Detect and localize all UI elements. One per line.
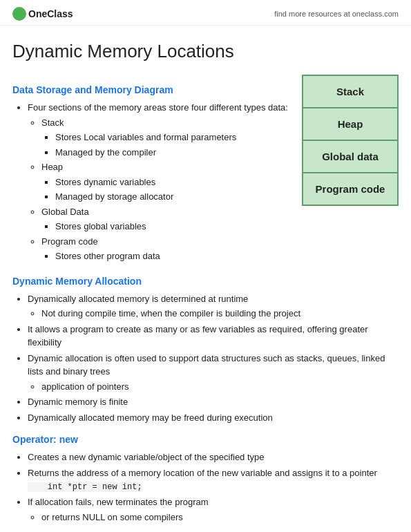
memory-diagram: Stack Heap Global data Program code bbox=[302, 75, 399, 206]
list-item: It allows a program to create as many or… bbox=[28, 323, 399, 350]
list-item: Stores Local variables and formal parame… bbox=[55, 131, 291, 144]
list-item: or returns NULL on some compilers bbox=[41, 511, 399, 524]
section-heading-dynamic-allocation: Dynamic Memory Allocation bbox=[12, 276, 399, 287]
sub-sub-list: Stores dynamic variables Managed by stor… bbox=[41, 175, 291, 204]
logo-circle-icon bbox=[12, 7, 26, 21]
list-item-text: Four sections of the memory areas store … bbox=[28, 102, 288, 113]
list-item: Stores global variables bbox=[55, 220, 291, 234]
page-title: Dynamic Memory Locations bbox=[0, 26, 411, 75]
header-logo-text: OneClass bbox=[28, 8, 73, 19]
list-item: Stores other program data bbox=[55, 249, 291, 263]
list-item-text: Stack bbox=[41, 117, 64, 128]
list-item-text: Stores other program data bbox=[55, 251, 160, 261]
list-item: Dynamic allocation is often used to supp… bbox=[28, 352, 399, 394]
list-item: If allocation fails, new terminates the … bbox=[28, 495, 399, 524]
dynamic-allocation-list: Dynamically allocated memory is determin… bbox=[12, 292, 399, 425]
list-item-text: Creates a new dynamic variable/object of… bbox=[28, 452, 265, 462]
list-item-text: Dynamically allocated memory may be free… bbox=[28, 412, 273, 423]
list-item-text: Dynamic allocation is often used to supp… bbox=[28, 353, 385, 377]
list-item-text: If allocation fails, new terminates the … bbox=[28, 497, 209, 507]
list-item: Not during compile time, when the compil… bbox=[41, 307, 399, 321]
operator-new-list: Creates a new dynamic variable/object of… bbox=[12, 450, 399, 524]
list-item-text: Managed by the compiler bbox=[55, 147, 156, 158]
sub-sub-list: Stores global variables bbox=[41, 220, 291, 234]
section-heading-operator-new: Operator: new bbox=[12, 434, 399, 445]
section-data-storage-text: Data Storage and Memory Diagram Four sec… bbox=[12, 75, 291, 266]
sub-sub-list: Stores other program data bbox=[41, 249, 291, 263]
list-item-text: Stores Local variables and formal parame… bbox=[55, 132, 236, 142]
list-item: Global Data Stores global variables bbox=[41, 205, 291, 234]
list-item: Stores dynamic variables bbox=[55, 175, 291, 189]
content: Data Storage and Memory Diagram Four sec… bbox=[0, 75, 411, 532]
list-item-text: Stores dynamic variables bbox=[55, 177, 155, 187]
sub-sub-list: Stores Local variables and formal parame… bbox=[41, 131, 291, 159]
list-item-text: It allows a program to create as many or… bbox=[28, 324, 368, 348]
list-item: Dynamic memory is finite bbox=[28, 395, 399, 409]
section-operator-new: Operator: new Creates a new dynamic vari… bbox=[12, 434, 399, 524]
memory-block-global-data: Global data bbox=[302, 140, 399, 172]
list-item: Heap Stores dynamic variables Managed by… bbox=[41, 160, 291, 204]
section-heading-data-storage: Data Storage and Memory Diagram bbox=[12, 84, 291, 95]
list-item-text: Returns the address of a memory location… bbox=[28, 468, 377, 478]
sub-list: Not during compile time, when the compil… bbox=[28, 307, 399, 321]
memory-block-program-code: Program code bbox=[302, 172, 399, 206]
list-item-text: Dynamically allocated memory is determin… bbox=[28, 294, 248, 304]
section-dynamic-allocation: Dynamic Memory Allocation Dynamically al… bbox=[12, 276, 399, 425]
list-item: Dynamically allocated memory may be free… bbox=[28, 411, 399, 425]
memory-block-heap: Heap bbox=[302, 107, 399, 140]
data-storage-list: Four sections of the memory areas store … bbox=[12, 101, 291, 263]
list-item: Program code Stores other program data bbox=[41, 235, 291, 263]
list-item-text: Dynamic memory is finite bbox=[28, 397, 128, 407]
section-data-storage: Data Storage and Memory Diagram Four sec… bbox=[12, 75, 399, 266]
list-item-text: Program code bbox=[41, 236, 98, 247]
list-item: Dynamically allocated memory is determin… bbox=[28, 292, 399, 321]
list-item-text: Not during compile time, when the compil… bbox=[41, 308, 300, 319]
sub-list: application of pointers bbox=[28, 380, 399, 394]
list-item-text: Managed by storage allocator bbox=[55, 191, 173, 202]
header-logo: OneClass bbox=[12, 7, 73, 21]
list-item: application of pointers bbox=[41, 380, 399, 394]
list-item: Creates a new dynamic variable/object of… bbox=[28, 450, 399, 464]
list-item-text: or returns NULL on some compilers bbox=[41, 512, 183, 522]
code-line: int *ptr = new int; bbox=[28, 482, 142, 492]
header-tagline: find more resources at oneclass.com bbox=[274, 10, 399, 18]
memory-block-stack: Stack bbox=[302, 75, 399, 107]
header: OneClass find more resources at oneclass… bbox=[0, 0, 411, 26]
list-item-text: Stores global variables bbox=[55, 221, 146, 231]
list-item-text: Heap bbox=[41, 162, 63, 172]
list-item: Returns the address of a memory location… bbox=[28, 466, 399, 494]
list-item: Stack Stores Local variables and formal … bbox=[41, 116, 291, 160]
list-item: Managed by storage allocator bbox=[55, 190, 291, 204]
list-item-text: application of pointers bbox=[41, 381, 128, 392]
list-item-text: Global Data bbox=[41, 207, 89, 217]
sub-list: Stack Stores Local variables and formal … bbox=[28, 116, 291, 263]
sub-list: or returns NULL on some compilers bbox=[28, 511, 399, 524]
list-item: Managed by the compiler bbox=[55, 146, 291, 160]
list-item: Four sections of the memory areas store … bbox=[28, 101, 291, 263]
